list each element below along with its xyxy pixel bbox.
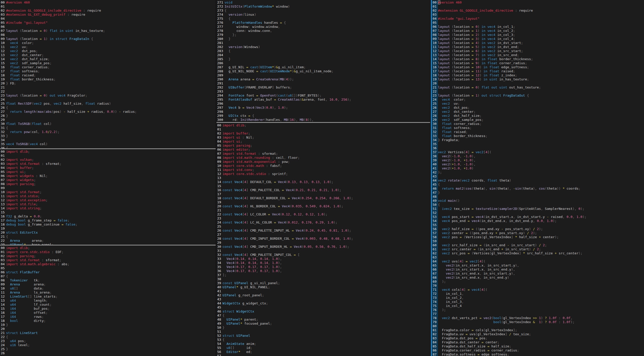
- code-line[interactable]: 36{: [0, 146, 216, 148]
- code-line[interactable]: 03: [432, 13, 644, 17]
- code-line[interactable]: 12import core.stdc.stdio : sprintf;: [216, 172, 430, 176]
- code-line[interactable]: 20: [432, 81, 644, 85]
- code-line[interactable]: 20const Vec4[4] HL_BORDER_COL = Vec4(0.0…: [216, 204, 430, 208]
- code-line[interactable]: 75 in_col_4: [432, 304, 644, 308]
- code-line[interactable]: 82 FragData.uv = uvs[gl_VertexIndex] / t…: [432, 332, 644, 336]
- code-line[interactable]: 10import core.stdc.math : fabsf;: [216, 164, 430, 168]
- code-line[interactable]: 292 UIBuffer[FRAME_OVERLAP] buffers;: [216, 85, 430, 90]
- code-line[interactable]: 07layout (location = 1) in vec4 in_col_2…: [432, 29, 644, 33]
- code-line[interactable]: 24 vec4 color;: [432, 98, 644, 102]
- code-line[interactable]: 08layout (location = 2) in vec4 in_col_3…: [432, 33, 644, 37]
- code-line[interactable]: 274 version(linux): [216, 13, 430, 17]
- code-line[interactable]: 278 conn: window.conn,: [216, 29, 430, 33]
- code-line[interactable]: 36 Vec4(0.17, 0.17, 0.17, 1.0),: [216, 269, 430, 273]
- code-line[interactable]: 67 vec2(in_src_end.x, in_src_start.y),: [432, 272, 644, 276]
- code-line[interactable]: 47}: [432, 191, 644, 195]
- code-line[interactable]: 10layout (location = 4) in vec2 in_dst_s…: [432, 41, 644, 45]
- code-line[interactable]: 17layout (location = 11) in float raised…: [432, 69, 644, 73]
- code-line[interactable]: 00#version 460: [432, 1, 644, 5]
- code-line[interactable]: 04import buffer;: [0, 166, 216, 170]
- code-line[interactable]: 15: [0, 210, 216, 214]
- code-line[interactable]: 31 float softness;: [432, 126, 644, 130]
- code-line[interactable]: 17debug bool g_frame_step = false;: [0, 218, 216, 223]
- code-line[interactable]: 12layout (location = 6) in vec2 in_src_s…: [432, 49, 644, 53]
- code-line[interactable]: 299 UICtx ctx = {: [216, 114, 430, 118]
- code-line[interactable]: 07{: [0, 274, 216, 278]
- code-line[interactable]: 08import parsing;: [0, 182, 216, 186]
- code-line[interactable]: 10import std.format;: [0, 190, 216, 194]
- code-line[interactable]: 22: [432, 90, 644, 94]
- code-line[interactable]: 00#version 460: [0, 1, 216, 5]
- code-line[interactable]: 11import std.stdio;: [0, 194, 216, 198]
- code-line[interactable]: 300 rd: InitRenderer(handles, MB(16), MB…: [216, 118, 430, 122]
- code-line[interactable]: 73 in_col_2,: [432, 296, 644, 300]
- code-line[interactable]: 03import ui : Nil;: [216, 136, 430, 140]
- code-line[interactable]: 26: [0, 351, 216, 355]
- code-line[interactable]: 02#extension GL_GOOGLE_include_directive…: [432, 9, 644, 13]
- code-line[interactable]: 289: [216, 73, 430, 77]
- code-line[interactable]: 68 vec2(in_src_end.x, in_src_end.y): [432, 276, 644, 280]
- code-line[interactable]: 05: [0, 266, 216, 270]
- code-line[interactable]: 35: [432, 142, 644, 146]
- code-line[interactable]: 26const Vec4[4] CMD_PALETTE_INPUT_HL = V…: [216, 229, 430, 233]
- code-pane[interactable]: 00import dlib;0102import vulkan;03import…: [0, 149, 216, 245]
- code-pane[interactable]: 271void272InitUICtx(PlatformWindow* wind…: [216, 0, 430, 122]
- code-line[interactable]: 05import ui;: [0, 170, 216, 174]
- code-line[interactable]: 39 vec2(-1.0, +1.0),: [432, 158, 644, 162]
- code-line[interactable]: 15layout (location = 9) in float corner_…: [432, 61, 644, 65]
- code-line[interactable]: 24 u16 level;: [0, 343, 216, 347]
- code-line[interactable]: 13import std.file;: [0, 202, 216, 206]
- code-line[interactable]: 11 Arena ls_arena;: [0, 291, 216, 295]
- code-line[interactable]: 49 UIPanel* focused_panel;: [216, 322, 430, 326]
- code-line[interactable]: 26 vec2 dst_pos;: [432, 106, 644, 110]
- code-line[interactable]: 41: [216, 289, 430, 293]
- code-line[interactable]: 49void main(): [432, 199, 644, 203]
- code-line[interactable]: 64 vec2 uvs[4] = vec2[4](: [432, 259, 644, 263]
- code-line[interactable]: 27 vec2 dst_center;: [432, 110, 644, 114]
- code-line[interactable]: 30const Vec4[4] CMD_INPUT_BORDER_HL = Ve…: [216, 245, 430, 249]
- code-line[interactable]: 02#extension GL_GOOGLE_include_directive…: [0, 9, 216, 13]
- code-line[interactable]: 21layout (location = 0) flat out uint ou…: [432, 85, 644, 90]
- code-line[interactable]: 87 FragData.softness = edge_softness;: [432, 352, 644, 356]
- code-line[interactable]: 30 float corner_radius;: [432, 122, 644, 126]
- code-line[interactable]: 03#extension GL_EXT_debug_printf : requi…: [0, 13, 216, 17]
- code-line[interactable]: 38: [216, 277, 430, 281]
- code-line[interactable]: 39const UIPanel g_ui_nil_panel;: [216, 281, 430, 285]
- code-line[interactable]: 11import std.conv;: [216, 168, 430, 172]
- code-line[interactable]: 19: [0, 227, 216, 231]
- code-line[interactable]: 14 vec2 dst_half_size;: [0, 57, 216, 61]
- code-line[interactable]: 02import parsing;: [0, 254, 216, 258]
- code-line[interactable]: 04#include "gui.layout": [432, 17, 644, 21]
- code-line[interactable]: 16layout (location = 10) in float edge_s…: [432, 65, 644, 69]
- code-line[interactable]: 12 LineStart[] line_starts;: [0, 295, 216, 299]
- code-line[interactable]: 86 FragData.corner_radius = corner_radiu…: [432, 348, 644, 352]
- code-line[interactable]: 65 vec2(in_src_start.x, in_src_start.y),: [432, 263, 644, 268]
- code-line[interactable]: 19 float border_thickness;: [0, 77, 216, 81]
- code-line[interactable]: 23layout (location = 0) out vec4 FragCol…: [0, 94, 216, 98]
- code-line[interactable]: 19layout (location = 13) in uint in_has_…: [432, 77, 644, 81]
- code-line[interactable]: 297 Vec4 b = Vec4(Vec3(0.0), 1.0);: [216, 106, 430, 110]
- code-line[interactable]: 42);: [432, 170, 644, 174]
- code-line[interactable]: 83 FragData.dst_pos = pos;: [432, 336, 644, 340]
- code-line[interactable]: 33}: [0, 134, 216, 138]
- code-line[interactable]: 18layout (location = 12) in float z_inde…: [432, 73, 644, 77]
- code-line[interactable]: 81 FragData.color = cols[gl_VertexIndex]…: [432, 328, 644, 332]
- code-line[interactable]: 11 vec2 uv;: [0, 45, 216, 49]
- code-line[interactable]: 30float ToSRGB(float col): [0, 122, 216, 126]
- code-line[interactable]: 287 g_UI_NIL = cast(UIItem*)&g_ui_nil_it…: [216, 65, 430, 69]
- code-line[interactable]: 56 Editor* ed;: [216, 350, 430, 354]
- code-line[interactable]: 293: [216, 90, 430, 94]
- code-line[interactable]: 38 vec2(-1.0, -1.0),: [432, 154, 644, 158]
- code-line[interactable]: 12import std.exception;: [0, 198, 216, 202]
- code-line[interactable]: 13 u64 length;: [0, 299, 216, 303]
- code-line[interactable]: 36: [432, 146, 644, 150]
- code-line[interactable]: 298: [216, 110, 430, 114]
- code-line[interactable]: 20struct EditorCtx: [0, 231, 216, 235]
- code-line[interactable]: 12 vec2 dst_pos;: [0, 49, 216, 53]
- code-line[interactable]: 50}: [216, 326, 430, 330]
- code-line[interactable]: 19: [216, 200, 430, 204]
- code-line[interactable]: 53{: [216, 338, 430, 342]
- code-line[interactable]: 63: [432, 255, 644, 259]
- code-line[interactable]: 15 vec2 sdf_sample_pos;: [0, 61, 216, 65]
- code-line[interactable]: 33 float border_thickness;: [432, 134, 644, 138]
